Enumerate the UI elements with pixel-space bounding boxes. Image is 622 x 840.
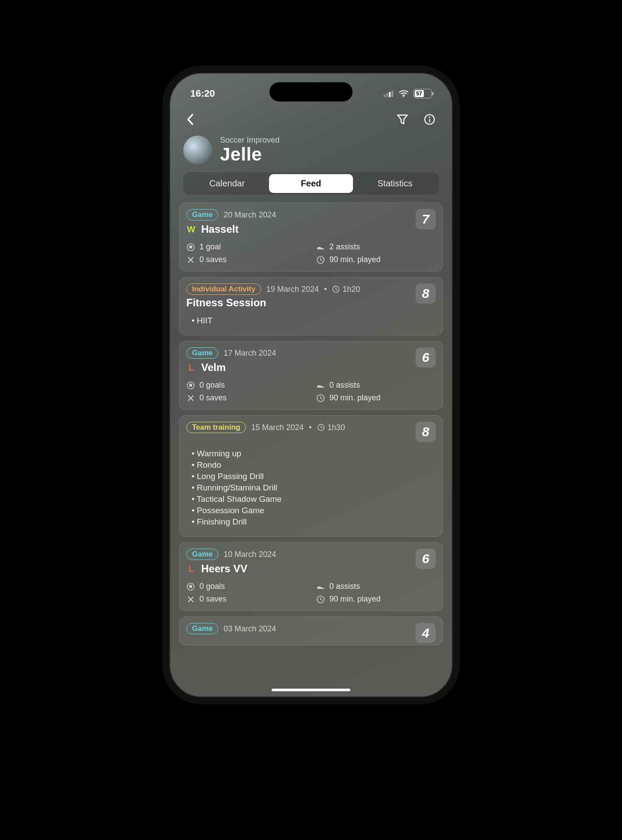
type-pill-game: Game (186, 347, 218, 359)
avatar[interactable] (183, 136, 212, 164)
type-pill-individual: Individual Activity (186, 284, 261, 295)
feed-card[interactable]: Team training 15 March 2024 • 1h30 8 War… (179, 415, 443, 537)
device-frame: 16:20 57 (162, 66, 460, 704)
type-pill-game: Game (186, 209, 218, 220)
type-pill-game: Game (186, 549, 218, 560)
feed-card[interactable]: Game 03 March 2024 4 (179, 616, 443, 645)
shoe-icon (316, 582, 325, 591)
rating-score: 8 (416, 284, 436, 304)
stat-goals: 0 goals (199, 381, 225, 390)
dynamic-island (269, 82, 353, 102)
feed-card[interactable]: Game 17 March 2024 L Velm 6 0 goals 0 as… (179, 341, 443, 410)
card-date: 15 March 2024 (251, 423, 304, 432)
svg-marker-15 (189, 383, 192, 387)
clock-icon (316, 256, 325, 264)
opponent-name: Hasselt (201, 223, 238, 235)
info-button[interactable] (422, 112, 437, 127)
rating-score: 4 (416, 623, 436, 643)
stat-saves: 0 saves (199, 393, 227, 402)
clock-icon (316, 595, 325, 604)
svg-rect-3 (391, 91, 393, 97)
clock-icon (317, 424, 325, 431)
soccer-ball-icon (186, 243, 195, 252)
bullet-item: Rondo (192, 459, 436, 471)
profile-subtitle: Soccer Improved (220, 136, 280, 145)
battery-icon: 57 (413, 89, 432, 98)
profile-header: Soccer Improved Jelle (170, 131, 452, 172)
battery-level: 57 (415, 90, 424, 97)
bullet-item: Tactical Shadow Game (192, 494, 436, 505)
result-badge: W (186, 224, 196, 234)
back-button[interactable] (183, 112, 198, 127)
rating-score: 7 (416, 209, 436, 229)
x-icon (186, 595, 195, 604)
feed-card[interactable]: Game 20 March 2024 W Hasselt 7 1 goal 2 … (179, 203, 443, 272)
svg-rect-1 (386, 93, 388, 97)
type-pill-game: Game (186, 623, 218, 634)
stat-saves: 0 saves (199, 595, 227, 604)
tab-statistics[interactable]: Statistics (353, 174, 437, 193)
stat-saves: 0 saves (199, 255, 227, 264)
cellular-icon (384, 90, 394, 97)
svg-rect-2 (389, 92, 391, 97)
result-badge: L (186, 564, 196, 574)
screen: 16:20 57 (169, 73, 453, 697)
separator-dot: • (309, 423, 311, 432)
card-date: 10 March 2024 (224, 550, 276, 559)
stat-goals: 1 goal (199, 242, 221, 252)
opponent-name: Velm (201, 361, 226, 374)
soccer-ball-icon (186, 582, 195, 591)
tab-feed[interactable]: Feed (269, 174, 353, 193)
x-icon (186, 394, 195, 402)
card-date: 17 March 2024 (224, 349, 276, 358)
top-bar (170, 104, 452, 131)
duration: 1h20 (332, 285, 360, 294)
stat-assists: 2 assists (329, 242, 360, 252)
duration: 1h30 (317, 423, 345, 432)
wifi-icon (398, 90, 409, 98)
x-icon (186, 256, 195, 264)
card-date: 19 March 2024 (266, 285, 319, 294)
home-indicator[interactable] (272, 689, 350, 691)
feed-list[interactable]: Game 20 March 2024 W Hasselt 7 1 goal 2 … (170, 203, 452, 658)
rating-score: 6 (416, 549, 436, 569)
svg-point-4 (403, 96, 405, 98)
stat-goals: 0 goals (199, 582, 225, 591)
feed-card[interactable]: Game 10 March 2024 L Heers VV 6 0 goals … (179, 542, 443, 611)
rating-score: 6 (416, 347, 436, 368)
opponent-name: Heers VV (201, 563, 247, 575)
bullet-item: Long Passing Drill (192, 471, 436, 482)
result-badge: L (186, 363, 196, 373)
bullet-list: Warming up Rondo Long Passing Drill Runn… (192, 448, 436, 528)
separator-dot: • (324, 285, 327, 294)
bullet-item: HIIT (192, 315, 436, 326)
stat-assists: 0 assists (329, 381, 360, 390)
session-title: Fitness Session (186, 297, 416, 309)
bullet-item: Running/Stamina Drill (192, 482, 436, 494)
type-pill-team: Team training (186, 422, 246, 433)
bullet-item: Possession Game (192, 505, 436, 516)
clock-icon (332, 285, 340, 293)
svg-rect-0 (384, 94, 385, 97)
stat-played: 90 min. played (329, 595, 381, 604)
rating-score: 8 (416, 422, 436, 442)
tab-calendar[interactable]: Calendar (185, 174, 269, 193)
profile-title: Jelle (220, 145, 280, 164)
feed-card[interactable]: Individual Activity 19 March 2024 • 1h20… (179, 277, 443, 336)
shoe-icon (316, 243, 325, 252)
stat-played: 90 min. played (329, 255, 381, 264)
svg-marker-9 (189, 245, 192, 248)
stat-assists: 0 assists (329, 582, 360, 591)
card-date: 20 March 2024 (224, 210, 276, 220)
tab-bar: Calendar Feed Statistics (183, 172, 439, 195)
bullet-item: Finishing Drill (192, 516, 436, 528)
svg-point-6 (429, 117, 430, 118)
bullet-item: Warming up (192, 448, 436, 459)
bullet-list: HIIT (192, 315, 436, 326)
clock-icon (316, 394, 325, 402)
shoe-icon (316, 381, 325, 390)
card-date: 03 March 2024 (224, 624, 276, 634)
stat-played: 90 min. played (329, 393, 381, 402)
filter-button[interactable] (395, 112, 410, 127)
svg-marker-21 (189, 584, 192, 588)
